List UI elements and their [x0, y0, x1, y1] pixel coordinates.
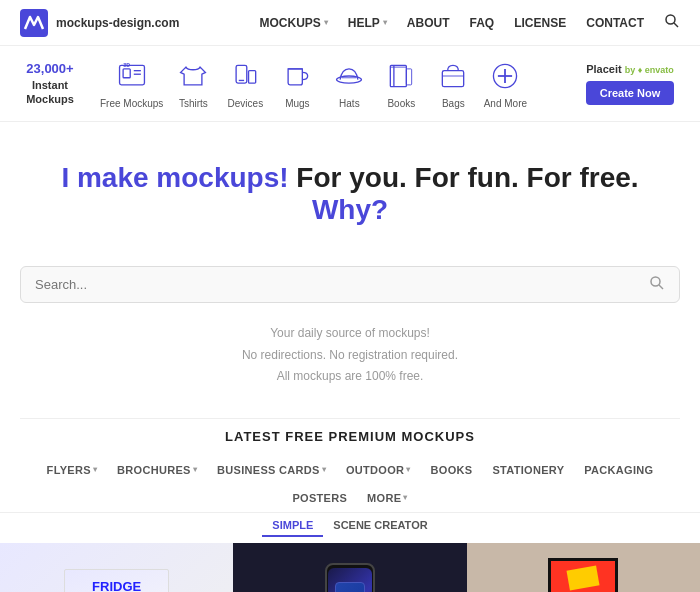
logo-text: mockups-design.com: [56, 16, 179, 30]
nav-license[interactable]: LICENSE: [514, 16, 566, 30]
chevron-down-icon: ▾: [403, 493, 407, 502]
category-tabs: FLYERS ▾ BROCHURES ▾ BUSINESS CARDS ▾ OU…: [0, 456, 700, 513]
svg-point-23: [651, 277, 660, 286]
subtab-simple[interactable]: SIMPLE: [262, 515, 323, 537]
hero-headline: I make mockups! For you. For fun. For fr…: [20, 162, 680, 226]
bags-icon: [435, 58, 471, 94]
tab-flyers[interactable]: FLYERS ▾: [37, 456, 108, 484]
product-card[interactable]: [467, 543, 700, 592]
svg-text:3D: 3D: [123, 62, 130, 68]
tagline: Your daily source of mockups! No redirec…: [0, 323, 700, 418]
tab-brochures[interactable]: BROCHURES ▾: [107, 456, 207, 484]
cat-tshirts[interactable]: Tshirts: [171, 58, 215, 109]
tab-outdoor[interactable]: OUTDOOR ▾: [336, 456, 421, 484]
cat-hats[interactable]: Hats: [327, 58, 371, 109]
svg-line-24: [659, 285, 663, 289]
tshirts-icon: [175, 58, 211, 94]
chevron-down-icon: ▾: [193, 465, 197, 474]
tab-posters[interactable]: POSTERS: [282, 484, 357, 512]
placeit-promo: Placeit by ♦ envato Create Now: [580, 63, 680, 105]
tab-stationery[interactable]: STATIONERY: [482, 456, 574, 484]
svg-rect-14: [391, 65, 407, 86]
svg-point-1: [666, 15, 675, 24]
svg-rect-18: [443, 71, 464, 87]
site-header: mockups-design.com MOCKUPS ▾ HELP ▾ ABOU…: [0, 0, 700, 46]
tab-books[interactable]: BOOKS: [421, 456, 483, 484]
nav-help[interactable]: HELP ▾: [348, 16, 387, 30]
cat-mugs[interactable]: Mugs: [275, 58, 319, 109]
search-bar[interactable]: [20, 266, 680, 303]
chevron-down-icon: ▾: [324, 18, 328, 27]
product-grid: FRIDGEMAGNETMOCKUP mockups-design.com mo…: [0, 543, 700, 592]
cat-bags[interactable]: Bags: [431, 58, 475, 109]
tab-business-cards[interactable]: BUSINESS CARDS ▾: [207, 456, 336, 484]
nav-contact[interactable]: CONTACT: [586, 16, 644, 30]
search-input[interactable]: [35, 277, 649, 292]
cat-free-mockups[interactable]: 3D Free Mockups: [100, 58, 163, 109]
chevron-down-icon: ▾: [93, 465, 97, 474]
svg-rect-9: [249, 71, 256, 83]
placeit-logo: Placeit by ♦ envato: [586, 63, 674, 75]
sub-tabs: SIMPLE SCENE CREATOR: [0, 513, 700, 543]
chevron-down-icon: ▾: [322, 465, 326, 474]
tab-more[interactable]: MORE ▾: [357, 484, 418, 512]
tab-packaging[interactable]: PACKAGING: [574, 456, 663, 484]
cat-devices[interactable]: Devices: [223, 58, 267, 109]
hero-section: I make mockups! For you. For fun. For fr…: [0, 122, 700, 266]
product-card[interactable]: FRIDGEMAGNETMOCKUP mockups-design.com mo…: [0, 543, 233, 592]
cat-books[interactable]: Books: [379, 58, 423, 109]
chevron-down-icon: ▾: [383, 18, 387, 27]
logo-icon: [20, 9, 48, 37]
free-mockups-icon: 3D: [114, 58, 150, 94]
nav-faq[interactable]: FAQ: [470, 16, 495, 30]
latest-mockups-section: LATEST FREE PREMIUM MOCKUPS FLYERS ▾ BRO…: [0, 419, 700, 592]
and-more-icon: [487, 58, 523, 94]
devices-icon: [227, 58, 263, 94]
logo[interactable]: mockups-design.com: [20, 9, 179, 37]
mockup-category-list: 3D Free Mockups Tshirts Devi: [100, 58, 560, 109]
search-icon: [649, 275, 665, 294]
product-card[interactable]: [233, 543, 466, 592]
create-now-button[interactable]: Create Now: [586, 81, 675, 105]
svg-rect-4: [123, 69, 130, 78]
svg-rect-17: [407, 69, 412, 85]
books-icon: [383, 58, 419, 94]
chevron-down-icon: ▾: [406, 465, 410, 474]
hats-icon: [331, 58, 367, 94]
subtab-scene-creator[interactable]: SCENE CREATOR: [323, 515, 437, 537]
mugs-icon: [279, 58, 315, 94]
nav-mockups[interactable]: MOCKUPS ▾: [260, 16, 328, 30]
cat-and-more[interactable]: And More: [483, 58, 527, 109]
mockup-count: 23,000+ Instant Mockups: [20, 61, 80, 106]
main-nav: MOCKUPS ▾ HELP ▾ ABOUT FAQ LICENSE CONTA…: [260, 13, 681, 32]
search-icon[interactable]: [664, 13, 680, 32]
section-title: LATEST FREE PREMIUM MOCKUPS: [0, 419, 700, 456]
nav-about[interactable]: ABOUT: [407, 16, 450, 30]
promo-banner: 23,000+ Instant Mockups 3D Free Mockups: [0, 46, 700, 122]
svg-line-2: [674, 23, 678, 27]
